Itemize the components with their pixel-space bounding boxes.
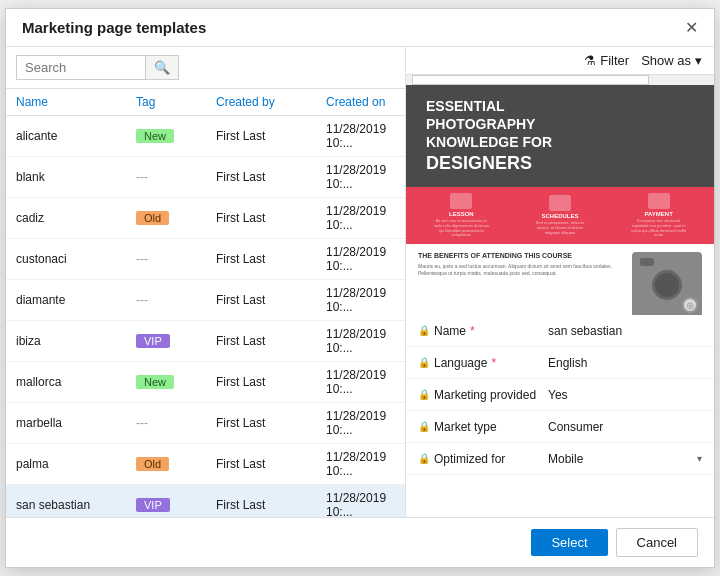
table-row[interactable]: alicanteNewFirst Last11/28/2019 10:... — [6, 116, 405, 157]
tag-badge: New — [136, 375, 174, 389]
cell-tag: Old — [136, 211, 216, 225]
property-label: 🔒Marketing provided — [418, 388, 548, 402]
cell-name: marbella — [16, 416, 136, 430]
table-row[interactable]: palmaOldFirst Last11/28/2019 10:... — [6, 444, 405, 485]
preview-camera-image: ⊕ — [632, 252, 702, 315]
preview-bottom-title: THE BENEFITS OF ATTENDING THIS COURSE — [418, 252, 624, 259]
tag-badge: Old — [136, 211, 169, 225]
table-row[interactable]: ibizaVIPFirst Last11/28/2019 10:... — [6, 321, 405, 362]
property-label-text: Language — [434, 356, 487, 370]
preview-hero-line1: ESSENTIAL — [426, 97, 552, 115]
preview-pink-label: SCHEDULES — [541, 213, 578, 219]
table-row[interactable]: cadizOldFirst Last11/28/2019 10:... — [6, 198, 405, 239]
cancel-button[interactable]: Cancel — [616, 528, 698, 557]
cell-name: alicante — [16, 129, 136, 143]
preview-bottom-body: Mauris eu, justo a sed luctus accumsan. … — [418, 263, 624, 277]
property-label: 🔒Language* — [418, 356, 548, 370]
property-value: san sebastian — [548, 324, 702, 338]
cell-created-by: First Last — [216, 334, 326, 348]
lock-icon: 🔒 — [418, 325, 430, 336]
search-bar: 🔍 — [6, 47, 405, 89]
search-input[interactable] — [16, 55, 146, 80]
cell-tag: VIP — [136, 498, 216, 512]
dialog: Marketing page templates ✕ 🔍 Name Tag Cr… — [5, 8, 715, 568]
col-header-createdby[interactable]: Created by — [216, 95, 326, 109]
preview-hero-line3: KNOWLEDGE FOR — [426, 133, 552, 151]
lock-icon: 🔒 — [418, 389, 430, 400]
table-row[interactable]: blank---First Last11/28/2019 10:... — [6, 157, 405, 198]
show-as-button[interactable]: Show as ▾ — [641, 53, 702, 68]
property-row: 🔒Optimized forMobile▾ — [406, 443, 714, 475]
preview-pink-label: PAYMENT — [644, 211, 672, 217]
preview-pink-desc: Sed ut perspiciatis, refactor nusine, ut… — [530, 221, 590, 235]
select-button[interactable]: Select — [531, 529, 607, 556]
tag-none: --- — [136, 416, 148, 430]
tag-none: --- — [136, 252, 148, 266]
col-header-name[interactable]: Name — [16, 95, 136, 109]
preview-browser-bar — [406, 75, 714, 85]
property-value: Consumer — [548, 420, 702, 434]
right-toolbar: ⚗ Filter Show as ▾ — [406, 47, 714, 75]
cell-created-on: 11/28/2019 10:... — [326, 368, 395, 396]
show-as-label: Show as — [641, 53, 691, 68]
filter-icon: ⚗ — [584, 53, 596, 68]
col-header-createdon[interactable]: Created on — [326, 95, 395, 109]
right-panel: ⚗ Filter Show as ▾ — [406, 47, 714, 517]
property-label-text: Name — [434, 324, 466, 338]
cell-created-on: 11/28/2019 10:... — [326, 327, 395, 355]
cell-created-on: 11/28/2019 10:... — [326, 163, 395, 191]
required-indicator: * — [470, 324, 475, 338]
property-row: 🔒Language*English — [406, 347, 714, 379]
cell-created-by: First Last — [216, 457, 326, 471]
table-row[interactable]: mallorcaNewFirst Last11/28/2019 10:... — [6, 362, 405, 403]
preview-pink-bar: LESSON At vero eos et accusamus et iusto… — [406, 187, 714, 244]
required-indicator: * — [491, 356, 496, 370]
cell-name: blank — [16, 170, 136, 184]
cell-tag: Old — [136, 457, 216, 471]
lock-icon: 🔒 — [418, 453, 430, 464]
filter-button[interactable]: ⚗ Filter — [584, 53, 629, 68]
preview-pink-item: LESSON At vero eos et accusamus et iusto… — [431, 193, 491, 238]
tag-none: --- — [136, 293, 148, 307]
preview-hero-line2: PHOTOGRAPHY — [426, 115, 552, 133]
preview-bottom-section: THE BENEFITS OF ATTENDING THIS COURSE Ma… — [406, 244, 714, 315]
cell-created-on: 11/28/2019 10:... — [326, 204, 395, 232]
dialog-header: Marketing page templates ✕ — [6, 9, 714, 47]
tag-badge: VIP — [136, 334, 170, 348]
preview-pink-item: PAYMENT Excepteur sint obcaecat cupidata… — [629, 193, 689, 238]
cell-name: san sebastian — [16, 498, 136, 512]
cell-created-by: First Last — [216, 252, 326, 266]
cell-tag: --- — [136, 170, 216, 184]
preview-pink-icon — [450, 193, 472, 209]
table-body: alicanteNewFirst Last11/28/2019 10:...bl… — [6, 116, 405, 517]
table-row[interactable]: san sebastianVIPFirst Last11/28/2019 10:… — [6, 485, 405, 517]
cell-name: custonaci — [16, 252, 136, 266]
table-row[interactable]: marbella---First Last11/28/2019 10:... — [6, 403, 405, 444]
lock-icon: 🔒 — [418, 421, 430, 432]
preview-pink-icon — [549, 195, 571, 211]
dialog-title: Marketing page templates — [22, 19, 206, 36]
search-button[interactable]: 🔍 — [146, 55, 179, 80]
preview-hero-text: ESSENTIAL PHOTOGRAPHY KNOWLEDGE FOR DESI… — [426, 97, 552, 175]
tag-badge: New — [136, 129, 174, 143]
cell-created-on: 11/28/2019 10:... — [326, 286, 395, 314]
preview-zoom-icon: ⊕ — [682, 297, 698, 313]
col-header-tag[interactable]: Tag — [136, 95, 216, 109]
cell-tag: --- — [136, 416, 216, 430]
cell-created-by: First Last — [216, 211, 326, 225]
property-label: 🔒Market type — [418, 420, 548, 434]
close-button[interactable]: ✕ — [685, 20, 698, 36]
cell-created-on: 11/28/2019 10:... — [326, 450, 395, 478]
chevron-down-icon: ▾ — [695, 53, 702, 68]
cell-tag: --- — [136, 252, 216, 266]
cell-created-by: First Last — [216, 170, 326, 184]
cell-created-on: 11/28/2019 10:... — [326, 122, 395, 150]
table-row[interactable]: custonaci---First Last11/28/2019 10:... — [6, 239, 405, 280]
preview-pink-desc: Excepteur sint obcaecat cupidatat non pr… — [629, 219, 689, 238]
left-panel: 🔍 Name Tag Created by Created on alicant… — [6, 47, 406, 517]
cell-tag: New — [136, 129, 216, 143]
table-row[interactable]: diamante---First Last11/28/2019 10:... — [6, 280, 405, 321]
property-row: 🔒Market typeConsumer — [406, 411, 714, 443]
tag-none: --- — [136, 170, 148, 184]
property-value[interactable]: Mobile▾ — [548, 452, 702, 466]
